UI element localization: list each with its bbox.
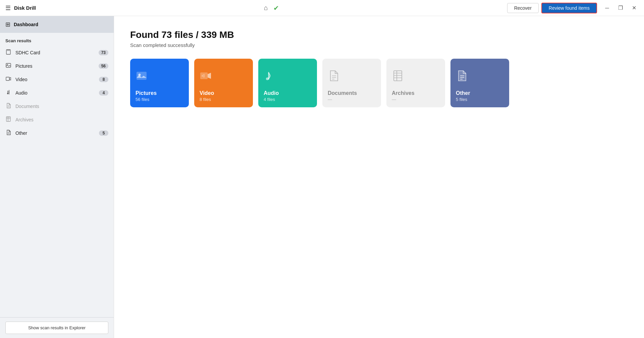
sidebar-item-sdhc-card[interactable]: SDHC Card 73 xyxy=(0,46,114,59)
title-bar-left: ☰ Disk Drill xyxy=(5,4,36,12)
archives-icon xyxy=(5,116,11,123)
category-card-archives: Archives — xyxy=(386,59,445,107)
svg-rect-10 xyxy=(6,117,10,121)
found-files-title: Found 73 files / 339 MB xyxy=(130,30,628,40)
sidebar-item-video[interactable]: Video 8 xyxy=(0,73,114,86)
maximize-button[interactable]: ❐ xyxy=(616,3,625,13)
show-scan-results-in-explorer-button[interactable]: Show scan results in Explorer xyxy=(5,322,108,334)
category-card-video[interactable]: Video 8 files xyxy=(194,59,253,107)
category-grid: Pictures 56 files Video 8 files xyxy=(130,59,628,107)
archives-card-name: Archives xyxy=(392,90,415,96)
dashboard-label: Dashboard xyxy=(14,22,38,27)
audio-label: Audio xyxy=(15,90,28,96)
archives-label: Archives xyxy=(15,117,34,122)
scan-results-heading: Scan results xyxy=(0,33,114,46)
video-card-icon xyxy=(200,70,212,82)
audio-card-count: 4 files xyxy=(264,97,275,102)
sidebar: ⊞ Dashboard Scan results SDHC Card 73 xyxy=(0,16,114,338)
svg-rect-16 xyxy=(137,72,147,80)
svg-point-21 xyxy=(266,77,269,80)
review-found-items-button[interactable]: Review found items xyxy=(541,3,597,13)
sidebar-footer: Show scan results in Explorer xyxy=(0,317,114,338)
sidebar-dashboard-item[interactable]: ⊞ Dashboard xyxy=(0,16,114,33)
svg-rect-25 xyxy=(394,71,402,81)
other-card-count: 5 files xyxy=(456,97,467,102)
pictures-card-name: Pictures xyxy=(136,90,157,96)
hamburger-icon[interactable]: ☰ xyxy=(5,4,11,12)
title-bar-right: Recover Review found items ─ ❐ ✕ xyxy=(507,3,639,13)
recover-button[interactable]: Recover xyxy=(507,3,539,13)
video-card-count: 8 files xyxy=(200,97,211,102)
category-card-pictures[interactable]: Pictures 56 files xyxy=(130,59,189,107)
documents-card-name: Documents xyxy=(328,90,357,96)
main-content: Found 73 files / 339 MB Scan completed s… xyxy=(114,16,644,338)
sdhc-card-icon xyxy=(5,49,11,56)
other-card-name: Other xyxy=(456,90,470,96)
other-label: Other xyxy=(15,130,27,136)
video-badge: 8 xyxy=(99,77,108,82)
other-card-icon xyxy=(456,70,468,82)
sidebar-item-pictures[interactable]: Pictures 56 xyxy=(0,59,114,73)
category-card-other[interactable]: Other 5 files xyxy=(450,59,509,107)
nav-icons: ⌂ ✔ xyxy=(264,4,279,12)
other-icon xyxy=(5,130,11,136)
sidebar-item-archives[interactable]: Archives xyxy=(0,113,114,126)
minimize-button[interactable]: ─ xyxy=(602,3,612,13)
dashboard-grid-icon: ⊞ xyxy=(5,21,10,28)
sdhc-card-label: SDHC Card xyxy=(15,50,40,55)
main-layout: ⊞ Dashboard Scan results SDHC Card 73 xyxy=(0,16,644,338)
documents-label: Documents xyxy=(15,104,39,109)
svg-rect-6 xyxy=(6,77,9,80)
category-card-audio[interactable]: Audio 4 files xyxy=(258,59,317,107)
scan-status-text: Scan completed successfully xyxy=(130,42,628,48)
documents-card-icon xyxy=(328,70,340,82)
category-card-documents: Documents — xyxy=(322,59,381,107)
home-icon[interactable]: ⌂ xyxy=(264,4,268,12)
video-icon xyxy=(5,76,11,83)
sidebar-item-audio[interactable]: Audio 4 xyxy=(0,86,114,100)
audio-card-icon xyxy=(264,70,276,82)
documents-icon xyxy=(5,103,11,110)
title-bar: ☰ Disk Drill ⌂ ✔ Recover Review found it… xyxy=(0,0,644,16)
audio-icon xyxy=(5,90,11,96)
pictures-badge: 56 xyxy=(99,63,108,69)
pictures-card-icon xyxy=(136,70,148,82)
archives-card-icon xyxy=(392,70,404,82)
video-label: Video xyxy=(15,77,28,82)
pictures-icon xyxy=(5,63,11,69)
sidebar-item-documents[interactable]: Documents xyxy=(0,100,114,113)
app-title: Disk Drill xyxy=(14,5,36,11)
window-controls: ─ ❐ ✕ xyxy=(602,3,639,13)
svg-point-7 xyxy=(7,93,8,94)
documents-card-count: — xyxy=(328,97,332,102)
sdhc-card-badge: 73 xyxy=(99,50,108,55)
sidebar-item-other[interactable]: Other 5 xyxy=(0,126,114,140)
status-icon[interactable]: ✔ xyxy=(273,4,279,12)
close-button[interactable]: ✕ xyxy=(629,3,639,13)
other-badge: 5 xyxy=(99,130,108,136)
audio-badge: 4 xyxy=(99,90,108,96)
archives-card-count: — xyxy=(392,97,396,102)
video-card-name: Video xyxy=(200,90,214,96)
pictures-card-count: 56 files xyxy=(136,97,149,102)
pictures-label: Pictures xyxy=(15,63,33,69)
audio-card-name: Audio xyxy=(264,90,279,96)
svg-rect-4 xyxy=(6,63,11,67)
